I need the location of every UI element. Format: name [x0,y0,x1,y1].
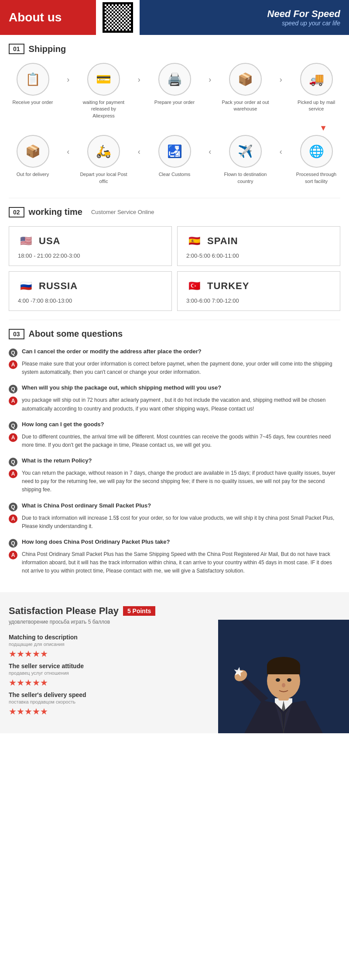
faq-a-3: A You can return the package, without re… [9,469,340,494]
qr-code-container [96,0,140,35]
faq-a-1: A you package will ship out in 72 hours … [9,396,340,413]
step-icon-customs: 🛃 [158,135,191,168]
faq-item-1: Q When will you ship the package out, wh… [9,384,340,413]
usa-time: 18:00 - 21:00 22:00-3:00 [18,252,163,259]
svg-point-8 [276,678,280,682]
turkey-flag: 🇹🇷 [186,278,202,294]
brand-banner: Need For Speed speed up your car life [140,0,349,35]
arrow-1: › [67,75,69,84]
usa-flag: 🇺🇸 [18,233,34,249]
sat-stars-1: ★★★★★ [9,677,209,688]
step-label-delivery: Out for delivery [17,171,49,178]
sat-item-1: The seller service attitude продавец усл… [9,663,209,688]
spain-time: 2:00-5:00 6:00-11:00 [186,252,331,259]
country-russia: 🇷🇺 RUSSIA 4:00 -7:00 8:00-13:00 [9,271,172,311]
working-num: 02 [9,207,24,217]
step-icon-flown: ✈️ [229,135,262,168]
brand-subtitle: speed up your car life [282,20,340,27]
step-icon-delivery: 📦 [17,135,49,168]
q-badge-0: Q [9,349,17,357]
sat-title-row: Satisfaction Please Play 5 Points [9,605,209,617]
step-sort: 🌐 Processed through sort facility [292,135,340,185]
spain-name: SPAIN [207,235,238,247]
step-label-prepare: Prepare your order [154,99,195,106]
person-svg [218,620,349,733]
working-sub: Customer Service Online [91,209,154,215]
faq-q-2: Q How long can I get the goods? [9,421,340,430]
q-badge-1: Q [9,385,17,393]
step-icon-prepare: 🖨️ [158,63,191,96]
faq-section: 03 About some questions Q Can I cancel t… [0,320,349,592]
sat-item-sub-1: продавец услуг отношения [9,670,209,676]
faq-a-4: A Due to track information will increase… [9,514,340,531]
usa-header: 🇺🇸 USA [18,233,163,249]
step-label-pack: Pack your order at out warehouse [222,99,270,113]
satisfaction-content: Satisfaction Please Play 5 Points удовле… [9,605,209,717]
arrow-4: › [280,75,282,84]
a-badge-4: A [9,514,17,523]
country-spain: 🇪🇸 SPAIN 2:00-5:00 6:00-11:00 [177,226,340,266]
faq-item-3: Q What is the return Policy? A You can r… [9,457,340,494]
sat-item-title-1: The seller service attitude [9,663,209,669]
russia-header: 🇷🇺 RUSSIA [18,278,163,294]
arrow-5: ‹ [67,147,69,156]
step-label-depart: Depart your local Post offic [80,171,128,185]
a-badge-3: A [9,469,17,478]
sat-stars-0: ★★★★★ [9,649,209,659]
faq-q-1: Q When will you ship the package out, wh… [9,384,340,393]
russia-name: RUSSIA [39,280,78,292]
step-icon-pack: 📦 [229,63,262,96]
faq-q-text-3: What is the return Policy? [22,457,92,464]
q-badge-3: Q [9,458,17,466]
faq-a-text-5: China Post Oridinary Small Packet Plus h… [22,550,340,576]
step-payment: 💳 waiting for payment released by Aliexp… [80,63,128,119]
usa-name: USA [39,235,60,247]
arrow-3: › [209,75,211,84]
step-prepare: 🖨️ Prepare your order [151,63,198,106]
russia-flag: 🇷🇺 [18,278,34,294]
svg-point-10 [282,683,285,687]
faq-item-0: Q Can I cancel the order or modify the a… [9,348,340,376]
sat-item-2: The seller's delivery speed поставка про… [9,691,209,717]
faq-q-4: Q What is China Post ordinary Small Pack… [9,502,340,511]
faq-q-text-4: What is China Post ordinary Small Packet… [22,502,151,509]
step-label-flown: Flown to destination country [222,171,270,185]
faq-label: About some questions [29,329,123,339]
step-label-pickup: Picked up by mail service [292,99,340,113]
shipping-label: Shipping [29,44,66,54]
sat-item-sub-2: поставка продавцом скорость [9,699,209,704]
country-grid: 🇺🇸 USA 18:00 - 21:00 22:00-3:00 🇪🇸 SPAIN… [9,226,340,311]
svg-rect-7 [267,666,300,674]
step-customs: 🛃 Clear Customs [151,135,198,178]
faq-a-text-4: Due to track information will increase 1… [22,514,340,531]
arrow-7: ‹ [209,147,211,156]
faq-q-text-1: When will you ship the package out, whic… [22,384,221,391]
sat-item-0: Matching to description подщащие для опи… [9,634,209,659]
step-icon-pickup: 🚚 [300,63,333,96]
q-badge-4: Q [9,503,17,511]
faq-a-text-3: You can return the package, without reas… [22,469,340,494]
faq-q-text-2: How long can I get the goods? [22,421,104,428]
step-label-payment: waiting for payment released by Aliexpre… [80,99,128,119]
turkey-time: 3:00-6:00 7:00-12:00 [186,297,331,304]
sat-item-title-2: The seller's delivery speed [9,691,209,698]
arrow-6: ‹ [138,147,140,156]
step-depart: 🛵 Depart your local Post offic [80,135,128,185]
shipping-title-row: 01 Shipping [9,44,340,54]
shipping-section: 01 Shipping 📋 Receive your order › 💳 wai… [0,35,349,198]
country-usa: 🇺🇸 USA 18:00 - 21:00 22:00-3:00 [9,226,172,266]
faq-a-2: A Due to different countries, the arriva… [9,433,340,449]
faq-title-row: 03 About some questions [9,329,340,339]
qr-code [103,2,133,33]
faq-q-5: Q How long does China Post Oridinary Pac… [9,538,340,548]
faq-a-text-1: you package will ship out in 72 hours af… [22,396,340,413]
q-badge-5: Q [9,539,17,548]
step-icon-depart: 🛵 [87,135,120,168]
a-badge-5: A [9,551,17,559]
shipping-num: 01 [9,44,24,54]
about-us-banner: About us [0,0,96,35]
step-label-customs: Clear Customs [159,171,191,178]
step-pack: 📦 Pack your order at out warehouse [222,63,270,113]
faq-item-4: Q What is China Post ordinary Small Pack… [9,502,340,531]
brand-title: Need For Speed [267,8,340,20]
